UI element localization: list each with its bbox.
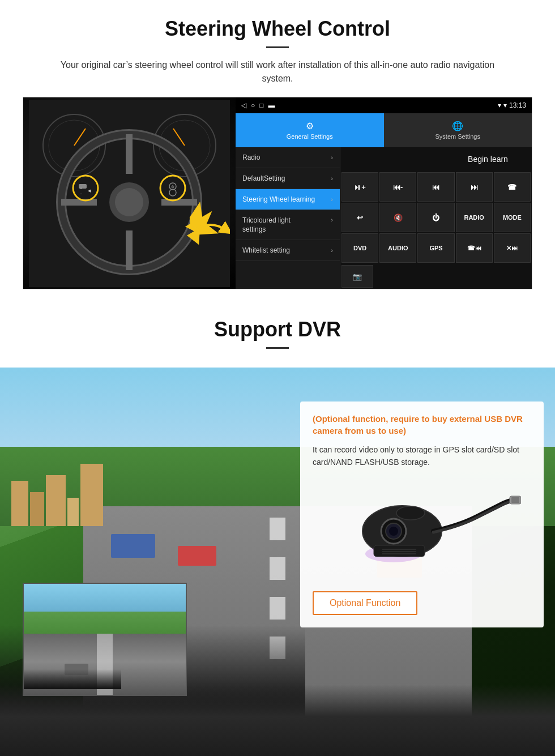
begin-learn-row: Begin learn [340,147,532,171]
dvr-info-card: (Optional function, require to buy exter… [300,402,544,627]
dvr-section: Support DVR [0,301,555,756]
menu-steering-wheel[interactable]: Steering Wheel learning › [236,189,340,210]
chevron-right-icon: › [331,247,333,254]
wifi-icon: ▾ [503,101,507,109]
ctrl-next-track[interactable]: ⏭ [456,172,493,202]
status-right: ▾ ▾ 13:13 [498,101,526,109]
steering-wheel-svg: + − ◀ ⊙ [29,100,230,287]
chevron-right-icon: › [331,154,333,161]
dvr-description: It can record video only to storage in G… [313,443,531,469]
ctrl-phone[interactable]: ☎ [494,172,531,202]
settings-controls-area: Radio › DefaultSetting › Steering Wheel … [236,147,532,289]
back-icon[interactable]: ◁ [241,101,246,109]
svg-point-30 [396,506,425,520]
dvr-background: (Optional function, require to buy exter… [0,368,555,756]
menu-steering-label: Steering Wheel learning [242,195,315,203]
signal-icon: ▾ [498,101,501,109]
svg-rect-34 [374,545,425,557]
svg-text:+: + [80,186,82,190]
menu-tricoloured-label: Tricoloured light [242,216,291,224]
chevron-right-icon: › [331,216,333,224]
menu-default-setting[interactable]: DefaultSetting › [236,168,340,189]
ctrl-prev-track[interactable]: ⏮ [417,172,454,202]
steering-section: Steering Wheel Control Your original car… [0,0,555,301]
dvr-divider [266,347,289,349]
steering-wheel-bg: + − ◀ ⊙ [23,97,236,289]
ctrl-mode[interactable]: MODE [494,203,531,232]
chevron-right-icon-active: › [331,196,333,203]
road-marking [270,597,285,620]
ctrl-power[interactable]: ⏻ [417,203,454,232]
vehicle-1 [111,534,155,558]
dvr-camera-svg [323,486,521,576]
settings-tabs: ⚙ General Settings 🌐 System Settings [236,113,532,147]
recents-icon[interactable]: □ [259,101,263,109]
ctrl-vol-down[interactable]: ⏮- [379,172,416,202]
building [46,475,66,526]
building [67,498,79,526]
tab-general-settings[interactable]: ⚙ General Settings [236,113,384,147]
optional-function-button[interactable]: Optional Function [313,591,417,615]
ctrl-dvd[interactable]: DVD [341,233,378,263]
ctrl-radio[interactable]: RADIO [456,203,493,232]
ctrl-gps[interactable]: GPS [417,233,454,263]
svg-text:−: − [80,192,82,196]
ctrl-hang-up[interactable]: ↩ [341,203,378,232]
android-status-bar: ◁ ○ □ ▬ ▾ ▾ 13:13 [236,97,532,113]
inset-dashboard [24,669,121,689]
ctrl-phone-next[interactable]: ✕⏭ [494,233,531,263]
steering-subtitle: Your original car’s steering wheel contr… [45,58,510,86]
menu-tricoloured[interactable]: Tricoloured light › settings [236,210,340,240]
svg-rect-32 [511,497,519,503]
ctrl-vol-up[interactable]: ⏯+ [341,172,378,202]
control-buttons-grid: ⏯+ ⏮- ⏮ ⏭ ☎ ↩ 🔇 ⏻ RADIO MODE DVD AUDIO [340,171,532,264]
chevron-right-icon: › [331,175,333,182]
building [30,492,44,526]
camera-view-scene [24,584,186,695]
tab-general-label: General Settings [287,133,333,140]
ctrl-extra[interactable]: 📷 [341,265,373,288]
controls-panel: Begin learn ⏯+ ⏮- ⏮ ⏭ ☎ ↩ 🔇 ⏻ RA [340,147,532,289]
svg-point-29 [389,527,398,536]
svg-text:⊙: ⊙ [171,185,174,189]
menu-icon[interactable]: ▬ [268,101,275,109]
tab-system-label: System Settings [436,133,480,140]
road-marking [270,557,285,580]
dvr-camera-illustration [313,480,531,582]
menu-radio-label: Radio [242,153,260,161]
settings-menu: Radio › DefaultSetting › Steering Wheel … [236,147,340,289]
steering-title: Steering Wheel Control [23,17,532,41]
menu-radio[interactable]: Radio › [236,147,340,168]
svg-point-14 [115,188,143,216]
spacer [340,147,444,171]
gear-icon: ⚙ [306,121,314,131]
steering-demo-panel: + − ◀ ⊙ [23,97,532,289]
dvr-title: Support DVR [0,318,555,341]
status-time: 13:13 [509,101,526,109]
camera-inset-view [23,583,187,696]
ctrl-mute[interactable]: 🔇 [379,203,416,232]
building [80,464,103,526]
menu-whitelist[interactable]: Whitelist setting › [236,240,340,261]
vehicle-2 [178,546,217,566]
ctrl-audio[interactable]: AUDIO [379,233,416,263]
tab-system-settings[interactable]: 🌐 System Settings [384,113,532,147]
globe-icon: 🌐 [452,121,463,131]
buildings-left [0,407,278,526]
building [11,481,28,526]
title-divider [266,46,289,48]
home-icon[interactable]: ○ [251,101,255,109]
ctrl-phone-prev[interactable]: ☎⏮ [456,233,493,263]
steering-wheel-photo: + − ◀ ⊙ [23,97,236,289]
dvr-title-area: Support DVR [0,301,555,368]
menu-whitelist-label: Whitelist setting [242,246,290,254]
menu-default-label: DefaultSetting [242,174,285,182]
status-left: ◁ ○ □ ▬ [241,101,275,109]
begin-learn-button[interactable]: Begin learn [444,147,532,171]
android-ui-panel: ◁ ○ □ ▬ ▾ ▾ 13:13 ⚙ General Settings [236,97,532,289]
dvr-optional-text: (Optional function, require to buy exter… [313,413,531,437]
menu-settings-label: settings [242,225,266,233]
